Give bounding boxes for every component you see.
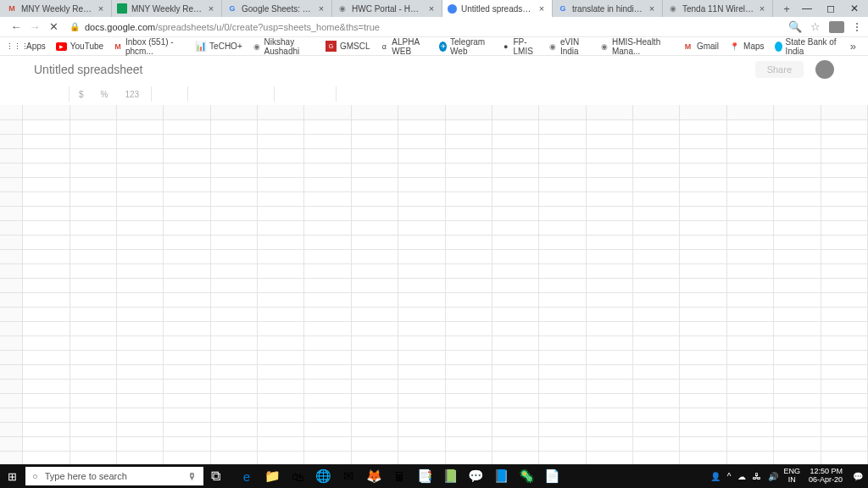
- share-button[interactable]: Share: [755, 61, 804, 78]
- cell[interactable]: [258, 120, 304, 135]
- cell[interactable]: [539, 336, 586, 351]
- cell[interactable]: [587, 437, 633, 452]
- cell[interactable]: [117, 408, 164, 423]
- cell[interactable]: [211, 164, 258, 178]
- cell[interactable]: [587, 423, 633, 437]
- cell[interactable]: [352, 221, 398, 236]
- cell[interactable]: [492, 380, 539, 394]
- cell[interactable]: [304, 322, 351, 336]
- cell[interactable]: [539, 279, 586, 293]
- cell[interactable]: [587, 120, 633, 135]
- cell[interactable]: [70, 135, 117, 149]
- cell[interactable]: [446, 221, 492, 236]
- row-header[interactable]: [0, 149, 23, 164]
- cell[interactable]: [70, 322, 117, 336]
- cell[interactable]: [70, 437, 117, 452]
- cell[interactable]: [258, 207, 304, 221]
- cell[interactable]: [587, 279, 633, 293]
- cell[interactable]: [539, 322, 586, 336]
- cell[interactable]: [398, 437, 445, 452]
- cell[interactable]: [352, 279, 398, 293]
- cell[interactable]: [304, 192, 351, 207]
- cell[interactable]: [211, 264, 258, 279]
- cell[interactable]: [70, 207, 117, 221]
- row-header[interactable]: [0, 408, 23, 423]
- cell[interactable]: [258, 178, 304, 192]
- cell[interactable]: [492, 408, 539, 423]
- star-icon[interactable]: ☆: [810, 20, 821, 33]
- cell[interactable]: [23, 380, 70, 394]
- cell[interactable]: [398, 336, 445, 351]
- cell[interactable]: [117, 423, 164, 437]
- cell[interactable]: [352, 264, 398, 279]
- cell[interactable]: [304, 351, 351, 365]
- cell[interactable]: [211, 250, 258, 264]
- cell[interactable]: [821, 437, 868, 452]
- cell[interactable]: [680, 250, 726, 264]
- tray-network-icon[interactable]: 🖧: [751, 472, 763, 481]
- row-header[interactable]: [0, 178, 23, 192]
- cell[interactable]: [727, 164, 774, 178]
- cell[interactable]: [587, 351, 633, 365]
- cell[interactable]: [258, 293, 304, 308]
- cell[interactable]: [258, 336, 304, 351]
- browser-tab[interactable]: GGoogle Sheets: Online Sp×: [222, 0, 332, 17]
- bookmark-item[interactable]: ●FP-LMIS: [497, 37, 543, 56]
- cell[interactable]: [587, 149, 633, 164]
- spreadsheet-grid[interactable]: [0, 105, 868, 464]
- cell[interactable]: [398, 322, 445, 336]
- row-header[interactable]: [0, 437, 23, 452]
- cell[interactable]: [258, 408, 304, 423]
- bookmark-item[interactable]: State Bank of India: [770, 37, 845, 56]
- cell[interactable]: [680, 351, 726, 365]
- cell[interactable]: [680, 236, 726, 250]
- cell[interactable]: [352, 120, 398, 135]
- cell[interactable]: [633, 250, 680, 264]
- chrome-menu-button[interactable]: [853, 23, 861, 31]
- cell[interactable]: [821, 207, 868, 221]
- cell[interactable]: [492, 308, 539, 322]
- cell[interactable]: [821, 279, 868, 293]
- cell[interactable]: [164, 423, 210, 437]
- cell[interactable]: [117, 207, 164, 221]
- cell[interactable]: [446, 293, 492, 308]
- cell[interactable]: [492, 293, 539, 308]
- cell[interactable]: [304, 423, 351, 437]
- tab-close-icon[interactable]: ×: [206, 3, 216, 14]
- zoom-icon[interactable]: 🔍: [788, 20, 802, 33]
- cell[interactable]: [164, 351, 210, 365]
- cell[interactable]: [633, 293, 680, 308]
- cell[interactable]: [821, 408, 868, 423]
- cell[interactable]: [633, 394, 680, 408]
- cell[interactable]: [587, 207, 633, 221]
- taskbar-search[interactable]: ○ Type here to search 🎙: [25, 467, 203, 485]
- column-header[interactable]: [821, 105, 868, 120]
- cell[interactable]: [398, 178, 445, 192]
- cell[interactable]: [258, 351, 304, 365]
- cell[interactable]: [727, 408, 774, 423]
- cell[interactable]: [211, 293, 258, 308]
- taskbar-app[interactable]: 🦠: [514, 464, 539, 488]
- toolbar-item[interactable]: [189, 85, 223, 103]
- cell[interactable]: [446, 380, 492, 394]
- cell[interactable]: [492, 250, 539, 264]
- tray-cloud-icon[interactable]: ☁: [736, 472, 748, 481]
- cell[interactable]: [821, 365, 868, 380]
- cell[interactable]: [680, 322, 726, 336]
- column-header[interactable]: [492, 105, 539, 120]
- cell[interactable]: [211, 452, 258, 464]
- cell[interactable]: [774, 293, 821, 308]
- cell[interactable]: [164, 408, 210, 423]
- cell[interactable]: [633, 207, 680, 221]
- cell[interactable]: [492, 178, 539, 192]
- reload-button[interactable]: ✕: [46, 19, 61, 35]
- cell[interactable]: [446, 264, 492, 279]
- cell[interactable]: [211, 336, 258, 351]
- cell[interactable]: [304, 264, 351, 279]
- cell[interactable]: [211, 135, 258, 149]
- cell[interactable]: [774, 236, 821, 250]
- cell[interactable]: [446, 135, 492, 149]
- cell[interactable]: [398, 365, 445, 380]
- cell[interactable]: [164, 279, 210, 293]
- cell[interactable]: [70, 365, 117, 380]
